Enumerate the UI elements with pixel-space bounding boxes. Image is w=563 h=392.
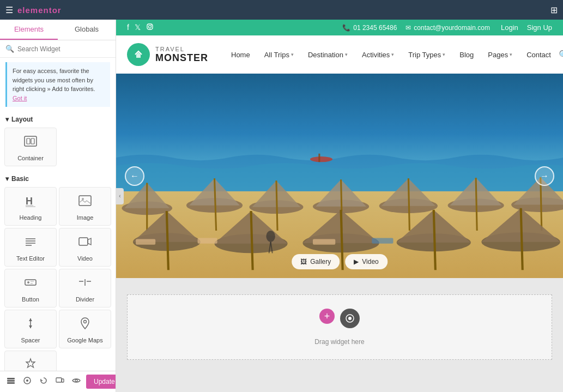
svg-rect-1 bbox=[27, 138, 30, 144]
nav-item-trip-types[interactable]: Trip Types ▾ bbox=[402, 46, 452, 63]
logo-travel-text: TRAVEL bbox=[155, 46, 208, 52]
logo-monster-text: MONSTER bbox=[155, 52, 208, 64]
collapse-handle[interactable]: ‹ bbox=[116, 188, 124, 204]
svg-rect-29 bbox=[56, 378, 62, 382]
phone-number: 01 2345 65486 bbox=[353, 24, 397, 32]
tip-text: For easy access, favorite the widgets yo… bbox=[13, 68, 95, 92]
widget-heading[interactable]: H Heading bbox=[4, 187, 57, 226]
site-logo: TRAVEL MONSTER bbox=[127, 43, 208, 66]
svg-rect-26 bbox=[7, 382, 15, 384]
tip-link[interactable]: Got it bbox=[13, 95, 27, 101]
drag-widget-button[interactable] bbox=[340, 309, 360, 328]
site-nav: TRAVEL MONSTER Home All Trips ▾ Destinat… bbox=[116, 35, 563, 74]
hero-prev-arrow[interactable]: ← bbox=[125, 166, 144, 186]
email-icon: ✉ bbox=[405, 24, 411, 32]
activities-chevron: ▾ bbox=[391, 52, 394, 57]
email-address: contact@yourdomain.com bbox=[414, 24, 490, 32]
section-layout-label[interactable]: ▾ Layout bbox=[0, 111, 116, 125]
google-maps-icon bbox=[77, 316, 93, 334]
content-area: f 𝕏 📞 01 2345 65486 ✉ contact@ bbox=[116, 20, 563, 392]
update-button[interactable]: Update ▲ bbox=[86, 375, 116, 389]
nav-item-blog[interactable]: Blog bbox=[453, 46, 480, 63]
responsive-tool[interactable] bbox=[53, 375, 66, 388]
svg-rect-38 bbox=[318, 154, 320, 162]
svg-line-56 bbox=[476, 178, 477, 231]
twitter-icon[interactable]: 𝕏 bbox=[135, 23, 141, 32]
email-info: ✉ contact@yourdomain.com bbox=[405, 24, 490, 32]
widget-video[interactable]: Video bbox=[59, 228, 111, 267]
heading-label: Heading bbox=[20, 214, 42, 221]
login-link[interactable]: Login bbox=[501, 23, 518, 32]
svg-rect-78 bbox=[372, 238, 393, 243]
nav-item-destination[interactable]: Destination ▾ bbox=[301, 46, 354, 63]
svg-line-47 bbox=[276, 180, 277, 231]
svg-point-14 bbox=[27, 281, 29, 284]
add-widget-button[interactable]: + bbox=[319, 309, 335, 324]
svg-point-37 bbox=[310, 156, 332, 162]
drag-label: Drag widget here bbox=[314, 338, 364, 346]
svg-marker-22 bbox=[29, 325, 32, 328]
search-input[interactable] bbox=[17, 45, 110, 53]
eye-tool[interactable] bbox=[70, 375, 83, 388]
templates-tool[interactable] bbox=[21, 375, 34, 388]
image-label: Image bbox=[77, 214, 94, 221]
section-basic-arrow: ▾ bbox=[5, 175, 9, 183]
video-label: Video bbox=[77, 255, 93, 262]
tab-elements[interactable]: Elements bbox=[0, 20, 58, 40]
video-icon bbox=[77, 234, 93, 252]
nav-item-pages[interactable]: Pages ▾ bbox=[481, 46, 519, 63]
grid-icon[interactable]: ⊞ bbox=[550, 5, 558, 15]
svg-rect-30 bbox=[62, 379, 64, 382]
svg-point-83 bbox=[348, 317, 352, 320]
svg-rect-77 bbox=[313, 239, 335, 245]
svg-rect-2 bbox=[31, 138, 34, 144]
nav-item-home[interactable]: Home bbox=[225, 46, 257, 63]
image-icon bbox=[77, 193, 93, 211]
svg-point-33 bbox=[148, 26, 151, 28]
main-layout: Elements Globals 🔍 For easy access, favo… bbox=[0, 20, 563, 392]
destination-chevron: ▾ bbox=[345, 52, 348, 57]
search-box: 🔍 bbox=[0, 40, 116, 58]
nav-menu: Home All Trips ▾ Destination ▾ Activitie… bbox=[225, 46, 563, 63]
signup-link[interactable]: Sign Up bbox=[527, 23, 552, 32]
gallery-button[interactable]: 🖼 Gallery bbox=[292, 254, 340, 269]
hamburger-icon[interactable]: ☰ bbox=[5, 5, 13, 15]
widget-image[interactable]: Image bbox=[59, 187, 111, 226]
widget-button[interactable]: Button bbox=[4, 269, 57, 307]
widget-text-editor[interactable]: Text Editor bbox=[4, 228, 57, 267]
pages-chevron: ▾ bbox=[510, 52, 512, 57]
video-button[interactable]: ▶ Video bbox=[345, 254, 387, 269]
section-basic-label[interactable]: ▾ Basic bbox=[0, 171, 116, 185]
text-editor-label: Text Editor bbox=[16, 255, 45, 262]
nav-item-activities[interactable]: Activities ▾ bbox=[355, 46, 401, 63]
instagram-icon[interactable] bbox=[146, 23, 154, 32]
layers-tool[interactable] bbox=[4, 375, 17, 388]
container-label: Container bbox=[17, 155, 44, 161]
svg-rect-0 bbox=[25, 136, 37, 146]
widget-google-maps[interactable]: Google Maps bbox=[59, 310, 111, 348]
basic-widget-grid: H Heading bbox=[0, 185, 116, 371]
nav-item-contact[interactable]: Contact bbox=[520, 46, 558, 63]
widget-container[interactable]: Container bbox=[4, 128, 57, 166]
hero-background bbox=[116, 74, 563, 278]
widget-divider[interactable]: Divider bbox=[59, 269, 111, 307]
widget-icon[interactable]: Icon bbox=[4, 351, 57, 371]
phone-icon: 📞 bbox=[342, 24, 350, 32]
container-icon bbox=[23, 134, 38, 152]
trip-types-chevron: ▾ bbox=[443, 52, 445, 57]
hero-next-arrow[interactable]: → bbox=[535, 166, 554, 186]
nav-search-icon[interactable]: 🔍 bbox=[559, 50, 563, 60]
spacer-icon bbox=[23, 316, 38, 334]
gallery-icon: 🖼 bbox=[300, 258, 307, 266]
widget-spacer[interactable]: Spacer bbox=[4, 310, 57, 348]
contact-info: 📞 01 2345 65486 ✉ contact@yourdomain.com bbox=[342, 24, 490, 32]
svg-rect-13 bbox=[25, 280, 36, 285]
below-hero: + Drag widget here bbox=[116, 278, 563, 387]
facebook-icon[interactable]: f bbox=[127, 23, 129, 32]
tab-globals[interactable]: Globals bbox=[58, 20, 116, 40]
nav-item-all-trips[interactable]: All Trips ▾ bbox=[258, 46, 300, 63]
history-tool[interactable] bbox=[37, 375, 50, 388]
video-hero-icon: ▶ bbox=[354, 258, 359, 266]
button-label: Button bbox=[22, 296, 39, 303]
sidebar: Elements Globals 🔍 For easy access, favo… bbox=[0, 20, 116, 392]
